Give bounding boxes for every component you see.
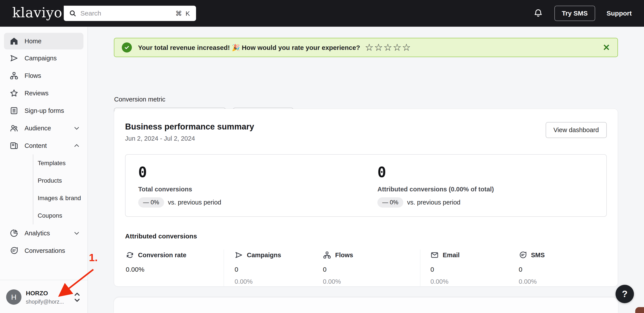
success-banner: Your total revenue increased! 🎉 How woul… bbox=[114, 38, 618, 57]
conversion-metric-label: Conversion metric bbox=[114, 96, 166, 103]
klaviyo-logo[interactable]: klaviyo bbox=[12, 4, 71, 21]
metric-value: 0 bbox=[378, 165, 494, 179]
view-dashboard-button[interactable]: View dashboard bbox=[546, 122, 607, 138]
column-percent: 0.00% bbox=[323, 278, 353, 285]
content-icon bbox=[10, 141, 18, 150]
sidebar-item-signup-forms[interactable]: Sign-up forms bbox=[0, 102, 88, 119]
sidebar-item-images-brand[interactable]: Images & brand bbox=[33, 189, 88, 207]
delta-suffix: vs. previous period bbox=[407, 199, 460, 206]
sidebar-item-label: Analytics bbox=[24, 230, 50, 237]
flow-icon bbox=[10, 71, 18, 80]
close-icon[interactable]: ✕ bbox=[602, 43, 610, 52]
sidebar-item-flows[interactable]: Flows bbox=[0, 67, 88, 84]
logo-text: klaviyo bbox=[12, 4, 62, 21]
sidebar-item-content[interactable]: Content bbox=[0, 137, 88, 155]
check-circle-icon bbox=[122, 42, 132, 52]
column-value: 0.00% bbox=[126, 266, 186, 273]
search-icon bbox=[69, 10, 76, 17]
campaigns-column: Campaigns 0 0.00% bbox=[234, 251, 281, 285]
top-bar: klaviyo Search ⌘ K Try SMS Support bbox=[0, 0, 644, 27]
home-icon bbox=[10, 37, 18, 45]
rating-stars[interactable]: ☆☆☆☆☆ bbox=[365, 43, 411, 52]
column-value: 0 bbox=[519, 266, 545, 273]
metric-label: Attributed conversions (0.00% of total) bbox=[378, 186, 494, 193]
chevron-up-icon bbox=[74, 142, 80, 149]
card-date-range: Jun 2, 2024 - Jul 2, 2024 bbox=[125, 135, 254, 142]
sidebar-item-label: Audience bbox=[24, 125, 51, 132]
sidebar-item-coupons[interactable]: Coupons bbox=[33, 207, 88, 224]
sidebar-nav: Home Campaigns Flows Reviews Sign-up for… bbox=[0, 27, 88, 259]
total-conversions-metric: 0 Total conversions — 0% vs. previous pe… bbox=[138, 165, 221, 208]
banner-message: Your total revenue increased! 🎉 How woul… bbox=[138, 44, 360, 51]
annotation-arrow bbox=[54, 266, 100, 302]
business-performance-card: Business performance summary Jun 2, 2024… bbox=[114, 109, 618, 287]
sms-icon bbox=[519, 251, 527, 259]
column-percent: 0.00% bbox=[519, 278, 545, 285]
column-value: 0 bbox=[234, 266, 281, 273]
sidebar-item-label: Content bbox=[24, 142, 47, 150]
attributed-conversions-metric: 0 Attributed conversions (0.00% of total… bbox=[378, 165, 494, 208]
search-placeholder: Search bbox=[80, 10, 101, 17]
support-link[interactable]: Support bbox=[606, 10, 632, 17]
pie-chart-icon bbox=[10, 229, 18, 238]
sidebar-item-audience[interactable]: Audience bbox=[0, 119, 88, 137]
chevron-down-icon bbox=[74, 125, 80, 132]
email-column: Email 0 0.00% bbox=[430, 251, 460, 285]
card-title: Business performance summary bbox=[125, 122, 254, 132]
flows-column: Flows 0 0.00% bbox=[323, 251, 353, 285]
delta-suffix: vs. previous period bbox=[168, 199, 221, 206]
refresh-icon bbox=[126, 251, 134, 259]
email-icon bbox=[430, 251, 439, 259]
people-icon bbox=[10, 124, 18, 133]
sidebar-item-conversations[interactable]: Conversations bbox=[0, 242, 88, 259]
klaviyo-app: klaviyo Search ⌘ K Try SMS Support Home … bbox=[0, 0, 644, 313]
delta-badge: — 0% bbox=[378, 197, 403, 208]
content-sub-list: Templates Products Images & brand Coupon… bbox=[33, 155, 88, 224]
sidebar-item-label: Reviews bbox=[24, 90, 49, 97]
sidebar-item-templates[interactable]: Templates bbox=[33, 155, 88, 172]
attributed-conversions-row: Conversion rate 0.00% Campaigns 0 0.00% … bbox=[125, 251, 607, 290]
form-icon bbox=[10, 106, 18, 115]
sidebar-item-analytics[interactable]: Analytics bbox=[0, 224, 88, 242]
chevron-down-icon bbox=[74, 230, 80, 236]
sidebar-item-home[interactable]: Home bbox=[4, 33, 84, 49]
column-percent: 0.00% bbox=[430, 278, 460, 285]
send-icon bbox=[10, 54, 18, 63]
sidebar-item-label: Home bbox=[24, 38, 42, 45]
conversions-metrics-box: 0 Total conversions — 0% vs. previous pe… bbox=[125, 154, 607, 217]
delta-badge: — 0% bbox=[138, 197, 164, 208]
card-header: Business performance summary Jun 2, 2024… bbox=[125, 122, 607, 142]
sidebar-item-campaigns[interactable]: Campaigns bbox=[0, 49, 88, 67]
sidebar-item-label: Sign-up forms bbox=[24, 107, 64, 114]
metric-label: Total conversions bbox=[138, 186, 221, 193]
main-content: Your total revenue increased! 🎉 How woul… bbox=[88, 27, 644, 313]
sidebar-item-label: Campaigns bbox=[24, 55, 57, 62]
chat-icon bbox=[10, 246, 18, 255]
column-value: 0 bbox=[323, 266, 353, 273]
flow-icon bbox=[323, 251, 331, 259]
metric-value: 0 bbox=[138, 165, 221, 179]
column-percent: 0.00% bbox=[234, 278, 281, 285]
send-icon bbox=[234, 251, 243, 259]
column-value: 0 bbox=[430, 266, 460, 273]
attributed-conversions-heading: Attributed conversions bbox=[125, 233, 607, 240]
topbar-actions: Try SMS Support bbox=[534, 0, 632, 27]
avatar: H bbox=[6, 289, 22, 305]
sidebar-item-label: Flows bbox=[24, 72, 41, 79]
annotation-step-number: 1. bbox=[89, 252, 98, 264]
account-name: HORZO bbox=[26, 290, 48, 297]
sidebar-item-products[interactable]: Products bbox=[33, 172, 88, 189]
corner-image-fragment bbox=[635, 307, 644, 313]
star-icon bbox=[10, 89, 18, 98]
try-sms-button[interactable]: Try SMS bbox=[554, 6, 595, 21]
next-section-card bbox=[114, 298, 618, 313]
bell-icon[interactable] bbox=[534, 8, 543, 18]
search-shortcut: ⌘ K bbox=[176, 10, 191, 17]
help-button[interactable]: ? bbox=[616, 285, 634, 303]
sidebar-item-label: Conversations bbox=[24, 247, 65, 254]
conversion-rate-column: Conversion rate 0.00% bbox=[126, 251, 186, 273]
search-input[interactable]: Search ⌘ K bbox=[64, 6, 196, 21]
sidebar-item-reviews[interactable]: Reviews bbox=[0, 84, 88, 102]
sms-column: SMS 0 0.00% bbox=[519, 251, 545, 285]
